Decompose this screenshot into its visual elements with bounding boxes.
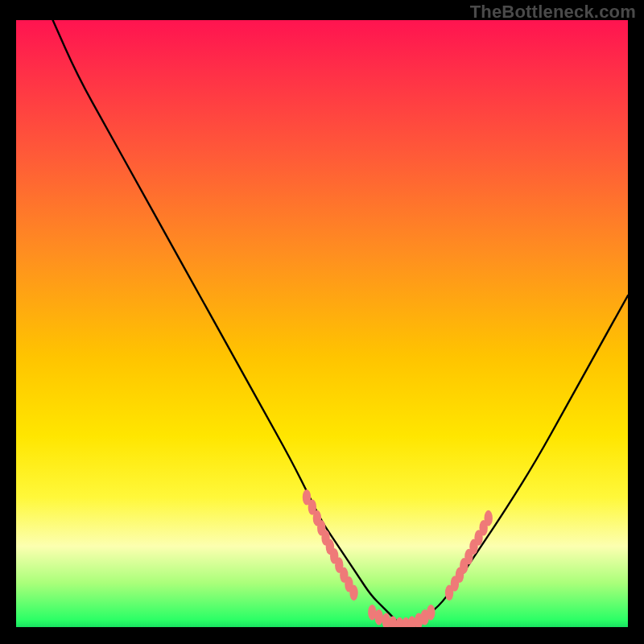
marker-cluster — [303, 489, 493, 632]
marker-dot — [485, 510, 493, 526]
marker-dot — [374, 609, 382, 625]
watermark-text: TheBottleneck.com — [470, 2, 636, 23]
marker-dot — [349, 585, 357, 601]
bottom-border-strip — [16, 627, 628, 632]
markers-left-group — [303, 489, 358, 601]
markers-right-group — [445, 510, 493, 601]
bottleneck-curve — [53, 20, 628, 625]
bottleneck-curve-path — [53, 20, 628, 625]
bottleneck-chart-svg — [16, 20, 628, 632]
plot-area — [16, 20, 628, 632]
marker-dot — [427, 605, 435, 621]
